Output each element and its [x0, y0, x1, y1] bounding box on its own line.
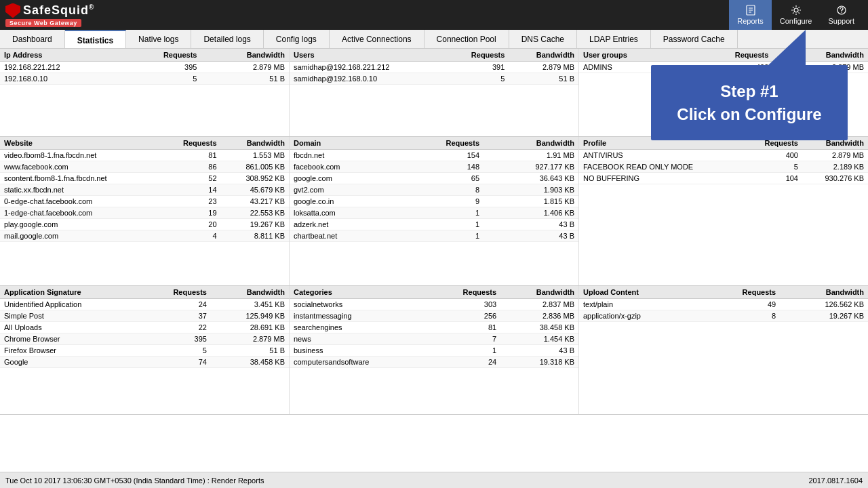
- table-cell: facebook.com: [290, 161, 399, 173]
- tooltip-line2: Click on Configure: [673, 103, 826, 126]
- table-cell: google.com: [290, 173, 399, 184]
- status-left: Tue Oct 10 2017 13:06:30 GMT+0530 (India…: [5, 476, 264, 485]
- table-cell: 38.458 KB: [500, 322, 578, 333]
- table-cell: searchengines: [290, 322, 431, 333]
- table-cell: 192.168.0.10: [0, 73, 122, 85]
- table-cell: 65: [399, 173, 484, 184]
- table-cell: 2.879 MB: [211, 333, 289, 345]
- tab-native-logs[interactable]: Native logs: [126, 30, 191, 48]
- table-cell: mail.google.com: [0, 230, 161, 242]
- tooltip-overlay: Step #1 Click on Configure: [651, 65, 848, 140]
- table-cell: 19.267 KB: [780, 310, 868, 322]
- table-cell: 51 B: [509, 73, 578, 85]
- web-bandwidth-header: Bandwidth: [221, 137, 289, 150]
- tab-ldap-entries[interactable]: LDAP Entries: [577, 30, 651, 48]
- status-bar: Tue Oct 10 2017 13:06:30 GMT+0530 (India…: [0, 472, 868, 488]
- table-cell: 22: [142, 322, 211, 333]
- table-row: google.co.in91.815 KB: [290, 196, 578, 207]
- configure-button[interactable]: Configure: [772, 0, 821, 30]
- table-cell: 1: [399, 219, 484, 230]
- tab-statistics[interactable]: Statistics: [65, 30, 126, 48]
- table-cell: video.fbom8-1.fna.fbcdn.net: [0, 150, 161, 161]
- table-row: Chrome Browser3952.879 MB: [0, 333, 289, 345]
- tab-password-cache[interactable]: Password Cache: [651, 30, 738, 48]
- table-row: searchengines8138.458 KB: [290, 322, 578, 333]
- tab-detailed-logs[interactable]: Detailed logs: [191, 30, 263, 48]
- table-row: 192.168.221.2123952.879 MB: [0, 62, 289, 73]
- table-cell: 51 B: [211, 345, 289, 357]
- table-cell: Chrome Browser: [0, 333, 142, 345]
- table-row: computersandsoftware2419.318 KB: [290, 357, 578, 368]
- tab-config-logs[interactable]: Config logs: [264, 30, 330, 48]
- domain-table-section: Domain Requests Bandwidth fbcdn.net1541.…: [290, 137, 579, 285]
- logo-subtitle: Secure Web Gateway: [5, 19, 81, 27]
- table-cell: computersandsoftware: [290, 357, 431, 368]
- logo-area: SafeSquid® Secure Web Gateway: [5, 3, 94, 27]
- appsig-bandwidth-header: Bandwidth: [211, 286, 289, 299]
- table-row: application/x-gzip819.267 KB: [579, 310, 868, 322]
- reports-button[interactable]: Reports: [729, 0, 772, 30]
- table-cell: static.xx.fbcdn.net: [0, 184, 161, 196]
- table-cell: 51 B: [201, 73, 289, 85]
- table-cell: 45.679 KB: [221, 184, 289, 196]
- table-cell: 2.836 MB: [500, 310, 578, 322]
- table-cell: 38.458 KB: [211, 357, 289, 368]
- table-cell: 74: [142, 357, 211, 368]
- table-cell: 23: [161, 196, 221, 207]
- table-row: ANTIVIRUS4002.879 MB: [579, 150, 868, 161]
- table-cell: 1.406 KB: [484, 207, 578, 219]
- table-cell: 7: [431, 333, 501, 345]
- table-cell: 104: [744, 173, 802, 184]
- table-cell: loksatta.com: [290, 207, 399, 219]
- logo-text: SafeSquid®: [23, 3, 94, 18]
- ip-table-section: Ip Address Requests Bandwidth 192.168.22…: [0, 49, 290, 136]
- table-cell: NO BUFFERING: [579, 173, 744, 184]
- tab-dashboard[interactable]: Dashboard: [0, 30, 65, 48]
- table-cell: 126.562 KB: [780, 299, 868, 310]
- table-cell: 2.879 MB: [201, 62, 289, 73]
- app-header: SafeSquid® Secure Web Gateway Reports Co…: [0, 0, 868, 30]
- tab-active-connections[interactable]: Active Connections: [330, 30, 425, 48]
- upload-table: Upload Content Requests Bandwidth text/p…: [579, 286, 868, 322]
- table-cell: 2.879 MB: [802, 150, 868, 161]
- tab-dns-cache[interactable]: DNS Cache: [509, 30, 577, 48]
- table-cell: 0-edge-chat.facebook.com: [0, 196, 161, 207]
- table-cell: 1.553 MB: [221, 150, 289, 161]
- table-cell: 81: [161, 150, 221, 161]
- table-row: news71.454 KB: [290, 333, 578, 345]
- domain-col-header: Domain: [290, 137, 399, 150]
- support-label: Support: [828, 17, 854, 25]
- table-cell: Unidentified Application: [0, 299, 142, 310]
- table-row: 0-edge-chat.facebook.com2343.217 KB: [0, 196, 289, 207]
- domain-bandwidth-header: Bandwidth: [484, 137, 578, 150]
- table-cell: 8: [702, 310, 780, 322]
- table-cell: adzerk.net: [290, 219, 399, 230]
- upload-col-header: Upload Content: [579, 286, 702, 299]
- table-row: Unidentified Application243.451 KB: [0, 299, 289, 310]
- table-cell: 49: [702, 299, 780, 310]
- app-sig-table: Application Signature Requests Bandwidth…: [0, 286, 289, 368]
- table-cell: 5: [446, 73, 509, 85]
- table-cell: 256: [431, 310, 501, 322]
- table-row: socialnetworks3032.837 MB: [290, 299, 578, 310]
- table-row: NO BUFFERING104930.276 KB: [579, 173, 868, 184]
- support-button[interactable]: Support: [820, 0, 863, 30]
- table-cell: play.google.com: [0, 219, 161, 230]
- table-row: video.fbom8-1.fna.fbcdn.net811.553 MB: [0, 150, 289, 161]
- table-cell: fbcdn.net: [290, 150, 399, 161]
- table-cell: 28.691 KB: [211, 322, 289, 333]
- table-row: fbcdn.net1541.91 MB: [290, 150, 578, 161]
- table-cell: text/plain: [579, 299, 702, 310]
- table-cell: application/x-gzip: [579, 310, 702, 322]
- table-row: scontent.fbom8-1.fna.fbcdn.net52308.952 …: [0, 173, 289, 184]
- table-cell: 391: [446, 62, 509, 73]
- table-cell: 2.837 MB: [500, 299, 578, 310]
- profile-table-section: Profile Requests Bandwidth ANTIVIRUS4002…: [579, 137, 868, 285]
- table-row: static.xx.fbcdn.net1445.679 KB: [0, 184, 289, 196]
- table-row: facebook.com148927.177 KB: [290, 161, 578, 173]
- tab-connection-pool[interactable]: Connection Pool: [425, 30, 509, 48]
- table-row: google.com6536.643 KB: [290, 173, 578, 184]
- table-cell: 400: [744, 150, 802, 161]
- table-cell: scontent.fbom8-1.fna.fbcdn.net: [0, 173, 161, 184]
- tooltip-line1: Step #1: [673, 80, 826, 103]
